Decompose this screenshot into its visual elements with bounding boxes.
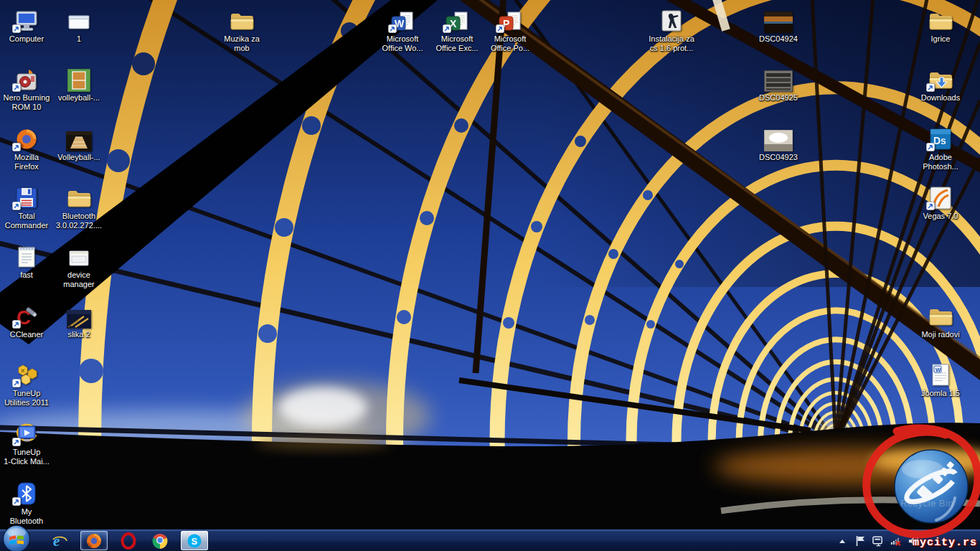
desktop-icon-device-manager[interactable]: device manager	[49, 242, 109, 289]
system-tray	[837, 530, 920, 551]
thumb-court-icon	[63, 65, 95, 92]
icon-label: DSC04924	[748, 34, 809, 44]
downloads-icon	[925, 65, 956, 92]
icon-label: Joomla 1.5	[910, 389, 971, 398]
desktop-icon-downloads[interactable]: Downloads	[910, 65, 971, 103]
svg-text:e: e	[53, 532, 60, 550]
desktop-icon-my-bluetooth[interactable]: My Bluetooth	[0, 479, 57, 526]
svg-text:W: W	[936, 367, 941, 373]
shortcut-arrow-icon	[12, 497, 21, 506]
shortcut-arrow-icon	[12, 379, 21, 387]
taskbar-internet-explorer-button[interactable]: e	[49, 531, 70, 551]
icon-label: 1	[49, 34, 109, 44]
desktop-icon-microsoft-office-excel[interactable]: XMicrosoft Office Exc...	[427, 6, 487, 53]
icon-label: Microsoft Office Wo...	[372, 34, 433, 53]
folder-icon	[925, 301, 956, 329]
desktop-icon-one[interactable]: 1	[49, 6, 109, 44]
word-icon: W	[387, 6, 418, 33]
desktop-icon-vegas-70[interactable]: Vegas 7.0	[910, 183, 971, 221]
shortcut-arrow-icon	[443, 24, 451, 33]
window-icon	[63, 6, 95, 33]
desktop-icon-moji-radovi[interactable]: Moji radovi	[910, 301, 971, 339]
shortcut-arrow-icon	[926, 83, 935, 92]
folder-icon	[226, 6, 258, 33]
shortcut-arrow-icon	[926, 202, 935, 210]
icon-label: Microsoft Office Po...	[480, 34, 540, 53]
desktop-icon-volleyball-image[interactable]: volleyball-...	[49, 65, 109, 103]
show-hidden-icons-icon[interactable]	[837, 535, 848, 547]
excel-icon: X	[441, 6, 473, 33]
desktop-icon-dsc04924[interactable]: DSC04924	[748, 6, 809, 44]
desktop-icon-recycle-orb[interactable]: Recycle Bin	[892, 446, 971, 527]
shortcut-arrow-icon	[12, 83, 21, 92]
thumb-dark-icon	[63, 301, 95, 329]
desktop-icon-muzika-za-mob[interactable]: Muzika za mob	[212, 6, 272, 53]
desktop-icon-adobe-photoshop[interactable]: DsAdobe Photosh...	[910, 124, 971, 171]
taskbar-pinned-apps: eS	[49, 531, 208, 551]
desktop-icon-microsoft-office-powerpoint[interactable]: PMicrosoft Office Po...	[480, 6, 540, 53]
action-center-icon[interactable]	[854, 535, 866, 547]
desktop-icon-slika-2[interactable]: slika 2	[49, 301, 109, 339]
file-icon	[63, 242, 95, 269]
docw-icon: W	[925, 360, 956, 387]
photo-dark-icon	[763, 6, 794, 33]
icon-label: Vegas 7.0	[910, 212, 971, 221]
shortcut-arrow-icon	[12, 143, 21, 151]
ppt-icon: P	[494, 6, 526, 33]
computer-icon	[11, 6, 42, 33]
shortcut-arrow-icon	[496, 24, 504, 33]
icon-label: Adobe Photosh...	[910, 153, 971, 171]
nero-icon	[11, 65, 42, 92]
network-disconnected-icon[interactable]	[890, 535, 902, 547]
safely-remove-hardware-icon[interactable]	[872, 535, 884, 547]
shortcut-arrow-icon	[12, 320, 21, 329]
shortcut-arrow-icon	[926, 143, 935, 151]
tuneup-icon	[11, 360, 42, 387]
ps-icon: Ds	[925, 124, 956, 151]
desktop-icon-dsc04923[interactable]: DSC04923	[748, 124, 809, 162]
icon-label: Moji radovi	[910, 330, 971, 339]
desktop-icon-dsc04925[interactable]: DSC04925	[748, 65, 809, 103]
desktop-icon-igrice[interactable]: Igrice	[910, 6, 971, 44]
notepad-icon	[11, 242, 42, 269]
desktop-icon-microsoft-office-word[interactable]: WMicrosoft Office Wo...	[372, 6, 433, 53]
folder-icon	[63, 183, 95, 210]
bluetooth-icon	[11, 479, 42, 506]
start-button[interactable]	[0, 520, 33, 551]
taskbar-chrome-button[interactable]	[149, 531, 171, 551]
ccleaner-icon: C	[11, 301, 42, 329]
icon-label: DSC04923	[748, 153, 809, 162]
svg-text:S: S	[192, 536, 198, 547]
firefox-icon	[11, 124, 42, 151]
desktop-icon-joomla-15[interactable]: WJoomla 1.5	[910, 360, 971, 398]
cs16-icon	[656, 6, 687, 33]
icon-label: Downloads	[910, 93, 971, 103]
thumb-arena-icon	[63, 124, 95, 151]
windows7-desktop: { "colors": { "taskbar_blue": "#152a5c",…	[0, 0, 980, 551]
taskbar-skype-button[interactable]: S	[181, 531, 208, 550]
taskbar: eS	[0, 529, 980, 551]
desktop-icon-volleyball-photo[interactable]: Volleyball-...	[49, 124, 109, 162]
desktop-icon-tuneup-utilities-2011[interactable]: TuneUp Utilities 2011	[0, 360, 57, 408]
shortcut-arrow-icon	[388, 24, 397, 33]
icon-label: DSC04925	[748, 93, 809, 103]
icon-label: Microsoft Office Exc...	[427, 34, 487, 53]
taskbar-opera-button[interactable]	[118, 531, 139, 551]
volume-icon[interactable]	[908, 535, 920, 547]
icon-label: device manager	[49, 270, 109, 289]
svg-text:Ds: Ds	[933, 135, 946, 146]
icon-label: Volleyball-...	[49, 153, 109, 162]
photo-gray-icon	[763, 65, 794, 92]
vegas-icon	[925, 183, 956, 210]
shortcut-arrow-icon	[12, 438, 21, 446]
tuneup2-icon	[11, 419, 42, 446]
icon-label: slika 2	[49, 330, 109, 339]
desktop-icon-instalacija-za-cs16[interactable]: Instalacija za cs 1.6 prot...	[641, 6, 702, 53]
icon-label: Instalacija za cs 1.6 prot...	[641, 34, 702, 53]
floppy-icon	[11, 183, 42, 210]
icon-label: Muzika za mob	[212, 34, 272, 53]
taskbar-firefox-button[interactable]	[80, 531, 108, 550]
folder-icon	[925, 6, 956, 33]
desktop-icon-tuneup-1click[interactable]: TuneUp 1-Click Mai...	[0, 419, 57, 466]
desktop-icon-bluetooth-folder[interactable]: Bluetooth 3.0.02.272....	[49, 183, 109, 230]
